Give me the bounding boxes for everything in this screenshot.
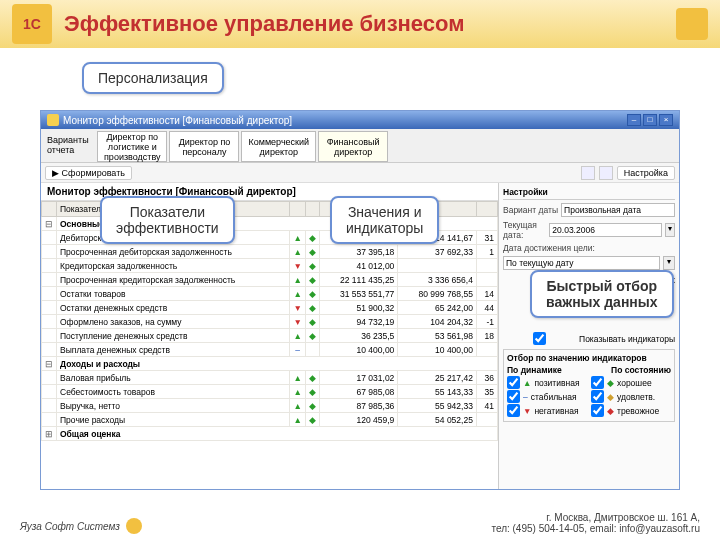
chk-dyn-stable[interactable] (507, 390, 520, 403)
chk-state-ok[interactable] (591, 390, 604, 403)
dynamics-icon: ▼ (290, 315, 305, 329)
date-variant-label: Вариант даты (503, 205, 558, 215)
row-name: Просроченная дебиторская задолженность (57, 245, 290, 259)
value-pct (476, 343, 497, 357)
minimize-button[interactable]: – (627, 114, 641, 126)
form-button[interactable]: ▶ Сформировать (45, 166, 132, 180)
legend-panel: Отбор по значению индикаторов По динамик… (503, 349, 675, 422)
state-icon: ◆ (305, 385, 319, 399)
value-current: 67 985,08 (319, 385, 398, 399)
callout-personalization: Персонализация (82, 62, 224, 94)
value-current: 120 459,9 (319, 413, 398, 427)
row-name: Остатки товаров (57, 287, 290, 301)
date-picker-icon[interactable]: ▾ (665, 223, 675, 237)
state-icon: ◆ (305, 259, 319, 273)
state-icon: ◆ (305, 315, 319, 329)
row-name: Просроченная кредиторская задолженность (57, 273, 290, 287)
legend-col-dynamics: По динамике (507, 365, 562, 375)
current-date-input[interactable] (549, 223, 662, 237)
legend-col-state: По состоянию (611, 365, 671, 375)
value-pct: 36 (476, 371, 497, 385)
value-pct: 18 (476, 329, 497, 343)
tab-hr[interactable]: Директор по персоналу (169, 131, 239, 162)
value-prev: 53 561,98 (398, 329, 477, 343)
row-name: Поступление денежных средств (57, 329, 290, 343)
dropdown-icon[interactable]: ▾ (663, 256, 675, 270)
achieve-date-input[interactable] (503, 256, 660, 270)
row-name: Валовая прибыль (57, 371, 290, 385)
dynamics-icon: ▲ (290, 231, 305, 245)
dynamics-icon: ▲ (290, 245, 305, 259)
dynamics-icon: – (290, 343, 305, 357)
window-icon (47, 114, 59, 126)
settings-button[interactable]: Настройка (617, 166, 675, 180)
table-row: Поступление денежных средств ▲ ◆ 36 235,… (42, 329, 498, 343)
dynamics-icon: ▲ (290, 287, 305, 301)
company-name: Яуза Софт Системз (20, 521, 120, 532)
value-prev (398, 259, 477, 273)
header: 1С Эффективное управление бизнесом (0, 0, 720, 48)
state-icon: ◆ (305, 301, 319, 315)
row-name: Прочие расходы (57, 413, 290, 427)
state-icon: ◆ (305, 371, 319, 385)
window-title: Монитор эффективности [Финансовый директ… (63, 115, 292, 126)
dynamics-icon: ▼ (290, 301, 305, 315)
table-row: Кредиторская задолженность ▼ ◆ 41 012,00 (42, 259, 498, 273)
table-row: Выплата денежных средств – 10 400,00 10 … (42, 343, 498, 357)
chk-state-bad[interactable] (591, 404, 604, 417)
date-variant-input[interactable] (561, 203, 675, 217)
group-toggle[interactable]: ⊟ (42, 357, 57, 371)
value-pct (476, 413, 497, 427)
value-prev: 104 204,32 (398, 315, 477, 329)
maximize-button[interactable]: □ (643, 114, 657, 126)
chk-dyn-neg[interactable] (507, 404, 520, 417)
settings-pane: Настройки Вариант даты Текущая дата: ▾ Д… (499, 183, 679, 489)
row-name: Себестоимость товаров (57, 385, 290, 399)
callout-values: Значения и индикаторы (330, 196, 439, 244)
value-current: 31 553 551,77 (319, 287, 398, 301)
grid-icon[interactable] (581, 166, 595, 180)
close-button[interactable]: × (659, 114, 673, 126)
logo-1c: 1С (12, 4, 52, 44)
row-name: Оформлено заказов, на сумму (57, 315, 290, 329)
value-prev: 37 692,33 (398, 245, 477, 259)
value-pct: 41 (476, 399, 497, 413)
table-row: Валовая прибыль ▲ ◆ 17 031,02 25 217,42 … (42, 371, 498, 385)
value-current: 94 732,19 (319, 315, 398, 329)
state-icon: ◆ (305, 245, 319, 259)
group-toggle[interactable]: ⊞ (42, 427, 57, 441)
show-indicators-checkbox[interactable] (503, 332, 576, 345)
current-date-label: Текущая дата: (503, 220, 546, 240)
footer-address: г. Москва, Дмитровское ш. 161 А, (491, 512, 700, 523)
state-icon: ◆ (305, 231, 319, 245)
report-tabs: Варианты отчета Директор по логистике и … (41, 129, 679, 163)
value-pct: 14 (476, 287, 497, 301)
table-row: Просроченная кредиторская задолженность … (42, 273, 498, 287)
dynamics-icon: ▲ (290, 413, 305, 427)
value-pct: -1 (476, 315, 497, 329)
chk-state-good[interactable] (591, 376, 604, 389)
group-overall: Общая оценка (57, 427, 498, 441)
layout-icon[interactable] (599, 166, 613, 180)
tab-commercial[interactable]: Коммерческий директор (241, 131, 316, 162)
tab-finance[interactable]: Финансовый директор (318, 131, 388, 162)
table-row: Выручка, нетто ▲ ◆ 87 985,36 55 942,33 4… (42, 399, 498, 413)
header-blocks-icon (676, 8, 708, 40)
chk-dyn-pos[interactable] (507, 376, 520, 389)
show-indicators-label: Показывать индикаторы (579, 334, 675, 344)
row-name: Выплата денежных средств (57, 343, 290, 357)
col-toggle (42, 202, 57, 217)
table-row: Прочие расходы ▲ ◆ 120 459,9 54 052,25 (42, 413, 498, 427)
table-row: Остатки товаров ▲ ◆ 31 553 551,77 80 999… (42, 287, 498, 301)
dynamics-icon: ▲ (290, 273, 305, 287)
group-toggle[interactable]: ⊟ (42, 217, 57, 231)
table-row: Оформлено заказов, на сумму ▼ ◆ 94 732,1… (42, 315, 498, 329)
value-prev: 55 942,33 (398, 399, 477, 413)
tab-logistics[interactable]: Директор по логистике и производству (97, 131, 167, 162)
value-prev: 25 217,42 (398, 371, 477, 385)
state-icon: ◆ (305, 329, 319, 343)
table-row: Просроченная дебиторская задолженность ▲… (42, 245, 498, 259)
tabs-label: Варианты отчета (45, 131, 95, 162)
value-current: 17 031,02 (319, 371, 398, 385)
value-pct (476, 259, 497, 273)
